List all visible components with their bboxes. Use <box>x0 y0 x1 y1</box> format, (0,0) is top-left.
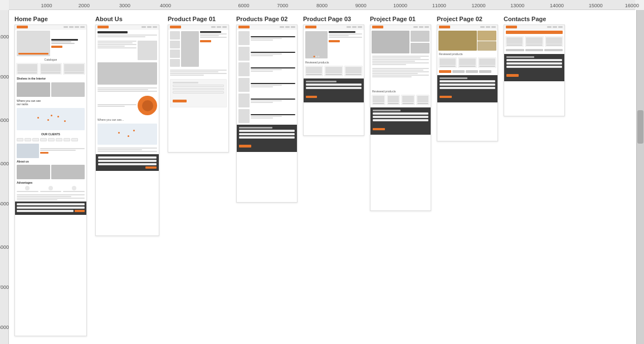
reviewed-item <box>478 57 496 68</box>
project01-title: Project Page 01 <box>370 16 431 22</box>
form-field <box>373 116 428 118</box>
where-see-label: Where you can see... <box>96 117 159 122</box>
form-field <box>506 59 562 61</box>
reviewed-img <box>345 67 362 73</box>
about-map <box>97 124 157 145</box>
logo <box>170 26 181 28</box>
project02-header <box>437 25 497 30</box>
canvas: Home Page <box>9 10 636 344</box>
nav-item <box>211 26 216 28</box>
map-dot <box>51 115 52 116</box>
orange-circle <box>138 96 157 115</box>
reviewed-text <box>417 103 429 104</box>
btn <box>479 70 491 73</box>
home-hero <box>15 30 86 57</box>
nav-item <box>419 26 423 28</box>
about-page-title: About Us <box>95 16 159 22</box>
home-hero-img <box>17 31 50 56</box>
product-row-info <box>251 62 295 76</box>
reviewed-text <box>459 66 475 67</box>
nav-item <box>425 26 429 28</box>
form-field <box>173 91 224 94</box>
product03-thumb[interactable]: Reviewed products <box>303 24 364 136</box>
reviewed-img <box>373 96 384 102</box>
ruler-lmark-6000: 6000 <box>0 244 9 250</box>
about-us-label: About us <box>15 159 86 164</box>
nav-item <box>553 26 557 28</box>
ruler-mark-6000: 6000 <box>238 3 249 8</box>
about-logo <box>97 26 109 28</box>
nav-item <box>147 26 152 28</box>
product03-title: Product Page 03 <box>303 16 364 22</box>
hero-img-small <box>411 43 430 54</box>
ruler-mark-15000: 15000 <box>589 3 603 8</box>
project02-reviewed <box>437 56 497 69</box>
hero-img-small <box>411 31 430 42</box>
nav-item <box>75 26 79 28</box>
adv-item <box>40 186 62 192</box>
product01-thumb[interactable] <box>168 24 229 153</box>
nav-item <box>486 26 490 28</box>
map-dot <box>133 130 135 131</box>
form-field <box>17 210 74 212</box>
project01-thumb[interactable]: Reviewed products <box>370 24 431 211</box>
project01-dark <box>370 107 431 135</box>
about-page-thumb[interactable]: Where you can see... <box>95 24 159 236</box>
interior-img <box>17 82 50 97</box>
form-field <box>98 160 157 162</box>
product-row <box>238 31 295 45</box>
map-dot <box>118 132 120 134</box>
reviewed-label: Reviewed products <box>304 60 364 65</box>
home-logo <box>17 26 28 28</box>
logo <box>372 26 383 28</box>
product01-desc <box>168 68 228 77</box>
interior-img <box>51 82 85 97</box>
nav-item <box>80 26 85 28</box>
contacts-dark-form <box>504 54 564 81</box>
product-img <box>17 64 37 72</box>
reviewed-text <box>373 103 384 104</box>
btn <box>544 49 563 51</box>
reviewed-text <box>345 74 362 75</box>
about-large-img <box>97 62 157 85</box>
project02-thumb[interactable]: Reviewed products <box>437 24 498 141</box>
products02-thumb[interactable] <box>236 24 297 203</box>
product-item <box>16 63 38 75</box>
about-intro <box>96 30 159 40</box>
home-page-thumb[interactable]: Catalogue Shelves in the Interior <box>14 24 87 336</box>
nav-item <box>291 26 295 28</box>
reviewed-text <box>440 66 456 67</box>
nav-item <box>64 26 68 28</box>
nav <box>413 26 429 28</box>
scrollbar-thumb[interactable] <box>637 110 643 144</box>
form-field <box>506 66 562 68</box>
scrollbar-right[interactable] <box>636 10 644 344</box>
map-dot <box>128 135 129 137</box>
form-field <box>506 62 562 65</box>
project01-header <box>370 25 431 30</box>
about-bottom-text <box>96 146 159 154</box>
client-logo <box>48 138 55 141</box>
product03-btn <box>329 40 340 42</box>
product-main-img <box>181 31 199 67</box>
reviewed-item <box>372 95 386 105</box>
client-logo <box>17 138 23 141</box>
advantages-label: Advantages <box>15 180 86 185</box>
ruler-mark-1000: 1000 <box>41 3 52 8</box>
ruler-lmark-8000: 8000 <box>0 325 9 330</box>
about-content <box>96 40 159 61</box>
home-text-block <box>15 193 86 202</box>
project02-reviewed-label: Reviewed products <box>437 52 497 56</box>
client-logo <box>71 138 78 141</box>
home-product-grid <box>15 62 86 76</box>
form-field <box>373 119 428 121</box>
page-group-product01: Product Page 01 <box>168 16 229 153</box>
project02-buttons <box>437 69 497 74</box>
reviewed-item <box>387 95 401 105</box>
reviewed-text <box>479 66 495 67</box>
product-row-img <box>238 47 250 61</box>
ruler-mark-10000: 10000 <box>393 3 407 8</box>
contacts-thumb[interactable] <box>504 24 565 116</box>
reviewed-item <box>401 95 415 105</box>
product-row-img <box>238 94 250 107</box>
